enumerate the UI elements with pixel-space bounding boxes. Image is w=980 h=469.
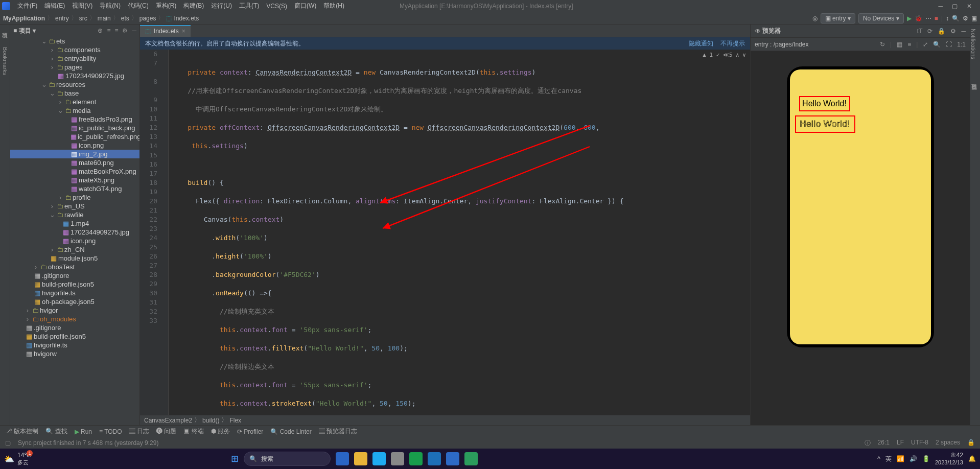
menu-help[interactable]: 帮助(H)	[320, 1, 347, 11]
menu-tools[interactable]: 工具(T)	[236, 1, 262, 11]
collapse-icon[interactable]: ≡	[114, 27, 118, 34]
lock-icon[interactable]: 🔒	[938, 28, 945, 35]
fold-gutter[interactable]	[161, 50, 169, 415]
tray-ime-icon[interactable]: 英	[885, 455, 892, 463]
crumb-pages[interactable]: pages	[139, 15, 156, 22]
tree-selected: ▦img_2.jpg	[10, 150, 139, 158]
maximize-icon[interactable]: ▢	[952, 3, 958, 10]
close-icon[interactable]: ✕	[967, 3, 972, 10]
gear-icon[interactable]: ⚙	[950, 28, 956, 35]
crumb-root[interactable]: MyApplication	[3, 15, 45, 22]
menu-file[interactable]: 文件(F)	[14, 1, 40, 11]
menu-edit[interactable]: 编辑(E)	[41, 1, 68, 11]
expand-icon[interactable]: ≡	[107, 27, 110, 34]
problems-tool[interactable]: ⓿ 问题	[156, 427, 176, 436]
log-tool[interactable]: ▤ 日志	[129, 427, 149, 436]
git-update-icon[interactable]: ↕	[946, 15, 949, 22]
gear-icon[interactable]: ⚙	[963, 15, 968, 22]
status-le[interactable]: LF	[897, 439, 904, 448]
taskbar-app-6[interactable]	[428, 452, 441, 465]
search-icon[interactable]: 🔍	[952, 15, 960, 22]
status-encoding[interactable]: UTF-8	[911, 439, 928, 448]
bars-icon[interactable]: ≡	[907, 41, 911, 48]
menu-run[interactable]: 运行(U)	[208, 1, 235, 11]
debug-icon[interactable]: 🐞	[915, 15, 922, 22]
menu-window[interactable]: 窗口(W)	[291, 1, 319, 11]
taskbar-app-2[interactable]	[354, 452, 367, 465]
editor-breadcrumb[interactable]: CanvasExample2〉build()〉Flex	[140, 415, 750, 425]
menu-view[interactable]: 视图(V)	[69, 1, 96, 11]
eye-icon: 👁	[755, 28, 761, 35]
taskbar-app-4[interactable]	[391, 452, 404, 465]
stop-icon[interactable]: ■	[935, 15, 938, 22]
banner-hide[interactable]: 隐藏通知	[689, 39, 713, 48]
taskbar-app-5[interactable]	[409, 452, 423, 465]
run-icon[interactable]: ▶	[907, 15, 912, 22]
find-tool[interactable]: 🔍 查找	[45, 427, 67, 436]
project-tree[interactable]: ⌄🗀ets ›🗀components ›🗀entryability ›🗀page…	[10, 37, 139, 425]
crumb-main[interactable]: main	[98, 15, 111, 22]
bookmarks-tool-button[interactable]: Bookmarks	[2, 47, 8, 75]
services-tool[interactable]: ⬢ 服务	[211, 427, 230, 436]
menu-refactor[interactable]: 重构(R)	[153, 1, 180, 11]
agent-icon[interactable]: ▣	[971, 15, 977, 22]
taskbar-app-7[interactable]	[446, 452, 459, 465]
taskbar-app-1[interactable]	[336, 452, 349, 465]
zoom-icon[interactable]: 🔍	[933, 41, 941, 48]
tray-clock[interactable]: 8:422023/12/13	[935, 452, 963, 465]
menu-bar: 文件(F) 编辑(E) 视图(V) 导航(N) 代码(C) 重构(R) 构建(B…	[0, 0, 980, 12]
fullscreen-icon[interactable]: ⛶	[946, 41, 952, 48]
minimize-icon[interactable]: ─	[938, 3, 943, 10]
ratio-label[interactable]: 1:1	[957, 41, 966, 48]
weather-widget[interactable]: ⛅ 14℃多云	[4, 452, 31, 465]
code-editor[interactable]: ▲ 1 ✓ ≪5 ∧ ∨ private context: CanvasRend…	[169, 50, 750, 415]
profiler-tool[interactable]: ⟳ Profiler	[237, 428, 263, 435]
inspections-summary[interactable]: ▲ 1 ✓ ≪5 ∧ ∨	[703, 51, 746, 60]
status-indent[interactable]: 2 spaces	[936, 439, 960, 448]
previewlog-tool[interactable]: ▤ 预览器日志	[319, 427, 357, 436]
windows-search[interactable]: 🔍 搜索	[244, 452, 331, 466]
tray-wifi-icon[interactable]: 📶	[897, 455, 904, 462]
crop-icon[interactable]: ⤢	[923, 41, 928, 48]
taskbar-app-3[interactable]	[372, 452, 386, 465]
tray-notifications-icon[interactable]: 🔔	[968, 455, 976, 462]
notifications-tool-button[interactable]: Notifications	[970, 29, 976, 59]
refresh-icon[interactable]: ⟳	[927, 28, 932, 35]
hide-panel-icon[interactable]: ─	[961, 28, 966, 35]
target-any-icon[interactable]: ⊕	[98, 27, 103, 34]
tab-index-ets[interactable]: ⬚Index.ets×	[140, 25, 191, 37]
hide-panel-icon[interactable]: ─	[132, 27, 136, 34]
tray-chevron-icon[interactable]: ^	[877, 455, 880, 462]
start-icon[interactable]: ⊞	[231, 453, 239, 464]
tray-volume-icon[interactable]: 🔊	[909, 455, 917, 462]
refresh-icon[interactable]: ↻	[880, 41, 885, 48]
menu-code[interactable]: 代码(C)	[125, 1, 152, 11]
todo-tool[interactable]: ≡ TODO	[99, 428, 122, 435]
crumb-file[interactable]: Index.ets	[174, 15, 199, 22]
vc-tool[interactable]: ⎇ 版本控制	[5, 427, 38, 436]
menu-build[interactable]: 构建(B)	[180, 1, 207, 11]
run-config-select[interactable]: ▣ entry ▾	[821, 13, 855, 24]
crumb-src[interactable]: src	[79, 15, 87, 22]
crumb-entry[interactable]: entry	[55, 15, 69, 22]
target-icon[interactable]: ◎	[812, 15, 818, 22]
breadcrumb: MyApplication〉 entry〉 src〉 main〉 ets〉 pa…	[0, 12, 980, 25]
menu-nav[interactable]: 导航(N)	[97, 1, 124, 11]
crumb-ets[interactable]: ets	[121, 15, 129, 22]
device-select[interactable]: No Devices ▾	[858, 13, 904, 24]
gear-icon[interactable]: ⚙	[122, 27, 128, 34]
inspection-icon[interactable]: ⓘ	[865, 439, 871, 448]
banner-dontshow[interactable]: 不再提示	[720, 39, 745, 48]
terminal-tool[interactable]: ▣ 终端	[183, 427, 203, 436]
taskbar-app-8[interactable]	[464, 452, 478, 465]
grid-icon[interactable]: ▦	[897, 41, 902, 48]
menu-vcs[interactable]: VCS(S)	[263, 2, 290, 11]
status-line-col[interactable]: 26:1	[878, 439, 890, 448]
run-tool[interactable]: ▶ Run	[75, 428, 92, 435]
text-size-icon[interactable]: tT	[917, 28, 923, 35]
linter-tool[interactable]: 🔍 Code Linter	[270, 428, 311, 435]
event-log-icon[interactable]: ▢	[5, 439, 11, 447]
lock-icon[interactable]: 🔒	[967, 439, 975, 448]
tray-battery-icon[interactable]: 🔋	[922, 455, 930, 462]
more-run-icon[interactable]: ⋯	[925, 15, 931, 22]
